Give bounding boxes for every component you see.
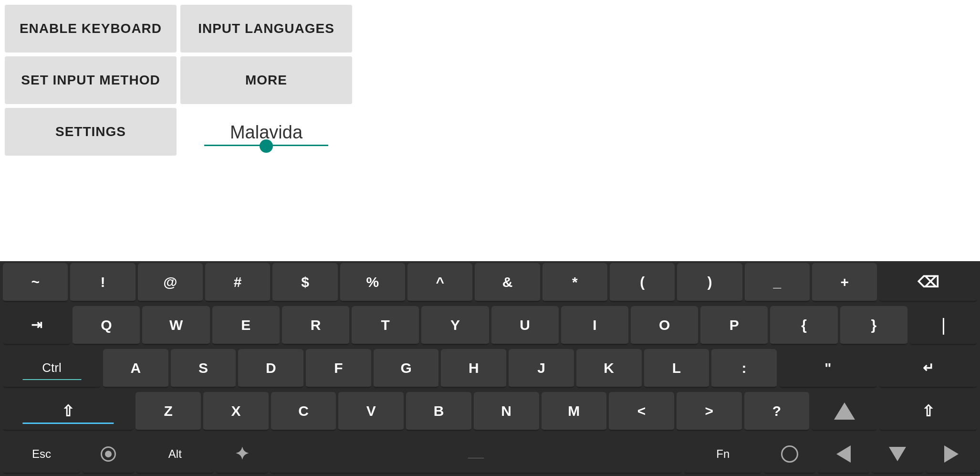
input-languages-button[interactable]: INPUT LANGUAGES — [180, 5, 352, 53]
key-question[interactable]: ? — [744, 392, 810, 431]
key-j[interactable]: J — [509, 349, 574, 388]
top-menu: ENABLE KEYBOARD INPUT LANGUAGES SET INPU… — [0, 0, 980, 156]
key-x[interactable]: X — [203, 392, 269, 431]
keyboard-row-2: ⇥ Q W E R T Y U I O P { } | — [0, 304, 980, 347]
malavida-underline — [204, 145, 328, 146]
settings-button[interactable]: SETTINGS — [5, 108, 177, 156]
key-lt[interactable]: < — [609, 392, 674, 431]
key-c[interactable]: C — [271, 392, 336, 431]
key-space[interactable]: ___ — [270, 435, 682, 474]
key-e[interactable]: E — [212, 306, 280, 345]
key-n[interactable]: N — [474, 392, 539, 431]
key-forward[interactable] — [926, 435, 977, 474]
key-dollar[interactable]: $ — [272, 263, 337, 302]
key-recents[interactable] — [872, 435, 923, 474]
key-l[interactable]: L — [644, 349, 709, 388]
key-s[interactable]: S — [171, 349, 236, 388]
key-f[interactable]: F — [306, 349, 371, 388]
key-v[interactable]: V — [338, 392, 404, 431]
key-y[interactable]: Y — [421, 306, 489, 345]
key-camera[interactable] — [83, 435, 134, 474]
key-plus[interactable]: + — [812, 263, 877, 302]
key-d[interactable]: D — [238, 349, 303, 388]
key-enter[interactable]: ↵ — [879, 349, 977, 388]
key-diamond[interactable]: ✦ — [216, 435, 268, 474]
key-at[interactable]: @ — [138, 263, 203, 302]
key-gt[interactable]: > — [677, 392, 742, 431]
key-b[interactable]: B — [406, 392, 471, 431]
keyboard-row-4: ⇧ Z X C V B N M < > ? ⇧ — [0, 390, 980, 433]
key-esc[interactable]: Esc — [3, 435, 80, 474]
key-percent[interactable]: % — [340, 263, 405, 302]
key-r[interactable]: R — [282, 306, 349, 345]
key-colon[interactable]: : — [711, 349, 777, 388]
more-button[interactable]: MORE — [180, 56, 352, 104]
key-pipe[interactable]: | — [910, 306, 977, 345]
key-exclaim[interactable]: ! — [70, 263, 135, 302]
keyboard-row-3: Ctrl A S D F G H J K L : " ↵ — [0, 347, 980, 390]
key-tab[interactable]: ⇥ — [3, 306, 70, 345]
keyboard-row-1: ~ ! @ # $ % ^ & * ( ) _ + ⌫ — [0, 261, 980, 304]
keyboard: ~ ! @ # $ % ^ & * ( ) _ + ⌫ ⇥ Q W E R T … — [0, 261, 980, 476]
key-shift-right[interactable]: ⇧ — [879, 392, 977, 431]
key-back[interactable] — [818, 435, 869, 474]
key-caret[interactable]: ^ — [407, 263, 472, 302]
enable-keyboard-button[interactable]: ENABLE KEYBOARD — [5, 5, 177, 53]
key-triangle-up[interactable] — [812, 392, 877, 431]
key-u[interactable]: U — [491, 306, 559, 345]
key-ctrl[interactable]: Ctrl — [3, 349, 101, 388]
key-o[interactable]: O — [631, 306, 698, 345]
key-alt[interactable]: Alt — [136, 435, 214, 474]
malavida-cell: Malavida — [180, 108, 352, 156]
key-rbrace[interactable]: } — [840, 306, 907, 345]
key-backspace[interactable]: ⌫ — [879, 263, 977, 302]
key-dquote[interactable]: " — [779, 349, 877, 388]
key-hash[interactable]: # — [205, 263, 270, 302]
key-a[interactable]: A — [103, 349, 168, 388]
keyboard-row-5: Esc Alt ✦ ___ Fn — [0, 433, 980, 476]
key-lbrace[interactable]: { — [770, 306, 837, 345]
key-shift-left[interactable]: ⇧ — [3, 392, 133, 431]
key-asterisk[interactable]: * — [542, 263, 607, 302]
key-rparen[interactable]: ) — [677, 263, 742, 302]
key-q[interactable]: Q — [73, 306, 140, 345]
key-z[interactable]: Z — [136, 392, 201, 431]
key-h[interactable]: H — [441, 349, 506, 388]
key-lparen[interactable]: ( — [610, 263, 675, 302]
key-home[interactable] — [764, 435, 815, 474]
key-g[interactable]: G — [374, 349, 439, 388]
key-t[interactable]: T — [352, 306, 419, 345]
key-tilde[interactable]: ~ — [3, 263, 68, 302]
key-fn[interactable]: Fn — [684, 435, 761, 474]
malavida-cursor — [260, 139, 273, 153]
key-m[interactable]: M — [542, 392, 607, 431]
set-input-method-button[interactable]: SET INPUT METHOD — [5, 56, 177, 104]
key-p[interactable]: P — [700, 306, 768, 345]
key-underscore[interactable]: _ — [745, 263, 810, 302]
key-i[interactable]: I — [561, 306, 628, 345]
key-ampersand[interactable]: & — [475, 263, 540, 302]
key-k[interactable]: K — [576, 349, 642, 388]
key-w[interactable]: W — [142, 306, 209, 345]
